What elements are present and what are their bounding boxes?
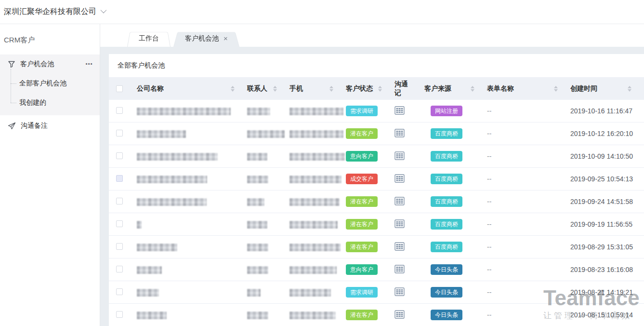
column-header[interactable]: 联系人 xyxy=(247,77,289,100)
table-row: 潜在客户 百度商桥 -- 2019-08-29 15:31:05 xyxy=(109,236,644,258)
redacted-phone xyxy=(289,198,340,206)
status-cell: 需求调研 xyxy=(346,287,394,298)
source-cell: 今日头条 xyxy=(424,287,487,298)
source-cell: 今日头条 xyxy=(424,310,487,320)
tab[interactable]: 客户机会池 × xyxy=(173,30,239,47)
company-cell xyxy=(137,311,247,319)
sidebar-item-my-created[interactable]: 我创建的 xyxy=(0,93,100,112)
comm-record-icon[interactable] xyxy=(394,265,405,273)
row-checkbox[interactable] xyxy=(116,152,123,159)
source-cell: 百度商桥 xyxy=(424,242,487,252)
status-badge: 需求调研 xyxy=(346,287,378,298)
source-badge: 今日头条 xyxy=(431,264,462,275)
contact-cell xyxy=(247,288,289,296)
column-label: 客户来源 xyxy=(424,84,451,93)
comm-cell xyxy=(394,265,424,275)
comm-record-icon[interactable] xyxy=(394,106,405,115)
form-cell: -- xyxy=(487,152,570,160)
contact-cell xyxy=(247,311,289,319)
table-row: 潜在客户 百度商桥 -- 2019-09-19 11:56:55 xyxy=(109,213,644,236)
column-header[interactable]: 客户来源 xyxy=(424,77,487,100)
source-badge: 今日头条 xyxy=(431,287,462,298)
column-header[interactable]: 公司名称 xyxy=(137,77,247,100)
row-checkbox[interactable] xyxy=(116,130,123,136)
select-all-checkbox[interactable] xyxy=(116,85,123,92)
created-cell: 2019-09-24 14:51:58 xyxy=(570,198,644,205)
sidebar-item-comm-notes[interactable]: 沟通备注 xyxy=(0,116,100,136)
sort-icon[interactable] xyxy=(554,86,558,92)
row-checkbox[interactable] xyxy=(116,266,123,272)
pool-panel: 全部客户机会池 公司名称 联系人 手机 客户状态 沟通记 客户来源 表单名称 创… xyxy=(109,54,644,326)
row-checkbox[interactable] xyxy=(116,198,123,204)
column-header[interactable]: 手机 xyxy=(289,77,346,100)
sort-icon[interactable] xyxy=(471,86,474,92)
source-badge: 百度商桥 xyxy=(431,151,462,162)
created-time: 2019-10-09 14:10:50 xyxy=(570,152,633,160)
comm-record-icon[interactable] xyxy=(394,219,405,228)
redacted-company xyxy=(137,176,207,183)
sort-icon[interactable] xyxy=(231,86,235,92)
row-checkbox[interactable] xyxy=(116,288,123,295)
created-time: 2019-08-21 14:19:21 xyxy=(570,288,633,296)
comm-record-icon[interactable] xyxy=(394,129,405,137)
phone-cell xyxy=(289,288,346,296)
source-badge: 今日头条 xyxy=(431,310,462,320)
company-switcher[interactable]: 深圳汇聚华企科技有限公司 xyxy=(4,7,105,17)
tab[interactable]: 工作台 xyxy=(127,30,171,47)
source-badge: 百度商桥 xyxy=(431,128,462,139)
redacted-company xyxy=(137,108,231,115)
form-name: -- xyxy=(487,311,491,319)
redacted-company xyxy=(137,266,162,274)
created-time: 2019-09-25 10:54:13 xyxy=(570,175,633,183)
created-cell: 2019-08-29 15:31:05 xyxy=(570,243,644,251)
comm-record-icon[interactable] xyxy=(394,287,405,296)
contact-cell xyxy=(247,265,289,273)
comm-record-icon[interactable] xyxy=(394,174,405,183)
status-cell: 潜在客户 xyxy=(346,196,394,207)
status-cell: 成交客户 xyxy=(346,174,394,184)
form-cell: -- xyxy=(487,243,570,251)
sort-icon[interactable] xyxy=(329,86,333,92)
company-cell xyxy=(137,107,247,115)
created-time: 2019-08-15 10:59:14 xyxy=(570,311,633,319)
status-cell: 意向客户 xyxy=(346,151,394,162)
tab-label: 客户机会池 xyxy=(185,34,219,43)
column-header[interactable]: 表单名称 xyxy=(487,77,570,100)
topbar: 深圳汇聚华企科技有限公司 xyxy=(0,0,644,24)
row-checkbox-cell xyxy=(109,288,137,297)
column-header[interactable]: 创建时间 xyxy=(570,77,644,100)
status-badge: 潜在客户 xyxy=(346,219,378,230)
column-header[interactable]: 沟通记 xyxy=(394,77,424,100)
tab-close-icon[interactable]: × xyxy=(223,35,228,42)
sort-icon[interactable] xyxy=(273,86,277,92)
source-badge: 百度商桥 xyxy=(431,196,462,207)
sidebar-item-all-pool[interactable]: 全部客户机会池 xyxy=(0,74,100,93)
form-cell: -- xyxy=(487,266,570,273)
sort-icon[interactable] xyxy=(628,86,631,92)
comm-record-icon[interactable] xyxy=(394,197,405,205)
row-checkbox[interactable] xyxy=(116,311,123,318)
tab-strip: 工作台 客户机会池 × xyxy=(100,24,644,47)
redacted-phone xyxy=(289,130,343,138)
more-icon[interactable]: ⋯ xyxy=(85,60,93,68)
sort-icon[interactable] xyxy=(378,86,382,92)
company-cell xyxy=(137,129,247,137)
created-time: 2019-09-24 14:51:58 xyxy=(570,198,633,205)
row-checkbox[interactable] xyxy=(116,243,123,250)
row-checkbox[interactable] xyxy=(116,175,123,182)
created-cell: 2019-08-23 16:16:08 xyxy=(570,266,644,273)
header-checkbox-cell xyxy=(109,77,137,100)
comm-record-icon[interactable] xyxy=(394,242,405,251)
comm-record-icon[interactable] xyxy=(394,310,405,319)
comm-record-icon[interactable] xyxy=(394,151,405,160)
company-cell xyxy=(137,243,247,251)
column-header[interactable]: 客户状态 xyxy=(346,77,394,100)
phone-cell xyxy=(289,311,346,319)
sidebar-item-customer-pool[interactable]: 客户机会池 ⋯ xyxy=(0,54,100,74)
created-cell: 2019-09-25 10:54:13 xyxy=(570,175,644,183)
row-checkbox-cell xyxy=(109,243,137,251)
redacted-phone xyxy=(289,153,345,161)
row-checkbox[interactable] xyxy=(116,107,123,114)
row-checkbox[interactable] xyxy=(116,220,123,227)
redacted-phone xyxy=(289,221,338,229)
